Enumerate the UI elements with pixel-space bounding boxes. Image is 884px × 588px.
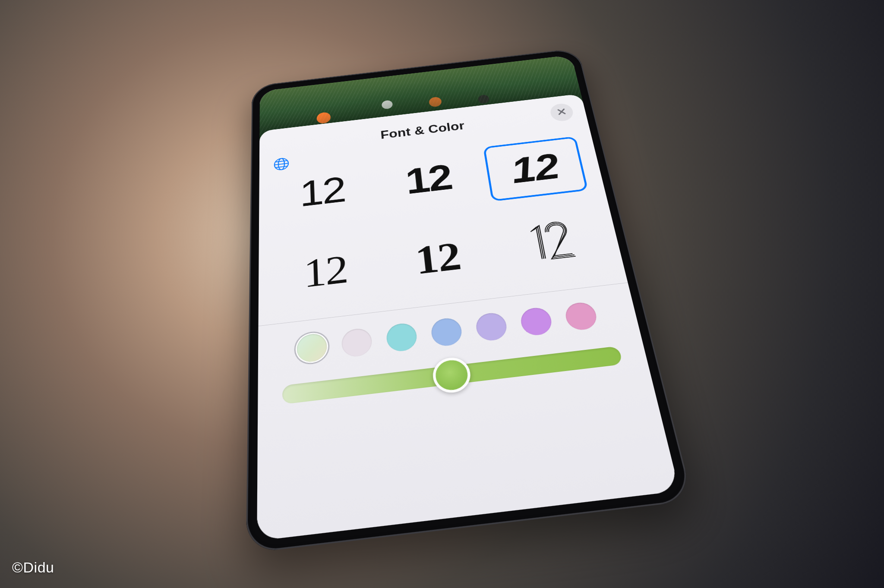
font-option-sf-bold[interactable]: 12	[379, 148, 480, 211]
font-option-outline[interactable]	[496, 211, 607, 280]
close-icon	[556, 107, 568, 117]
font-color-sheet: Font & Color	[257, 94, 679, 541]
font-option-didot[interactable]: 12	[385, 224, 492, 293]
color-swatch-lavender[interactable]	[474, 311, 508, 342]
font-option-serif-soft[interactable]: 12	[275, 237, 378, 307]
font-option-stencil[interactable]: 12	[483, 136, 588, 201]
color-swatch-purple[interactable]	[519, 306, 553, 336]
globe-icon	[273, 156, 290, 173]
watermark-text: ©Didu	[12, 559, 54, 576]
color-swatch-pink[interactable]	[563, 301, 599, 331]
slider-thumb[interactable]	[431, 355, 472, 394]
phone-screen: Font & Color	[257, 55, 679, 541]
phone-mockup: Font & Color	[246, 48, 693, 553]
globe-button[interactable]	[272, 156, 291, 173]
color-swatch-blue[interactable]	[430, 317, 463, 347]
color-swatch-gradient[interactable]	[297, 332, 327, 363]
outline-12-icon	[518, 216, 583, 274]
sheet-title: Font & Color	[380, 119, 465, 141]
color-swatch-lilacgrey[interactable]	[341, 327, 373, 358]
color-swatch-teal[interactable]	[385, 322, 418, 352]
close-button[interactable]	[549, 102, 575, 122]
